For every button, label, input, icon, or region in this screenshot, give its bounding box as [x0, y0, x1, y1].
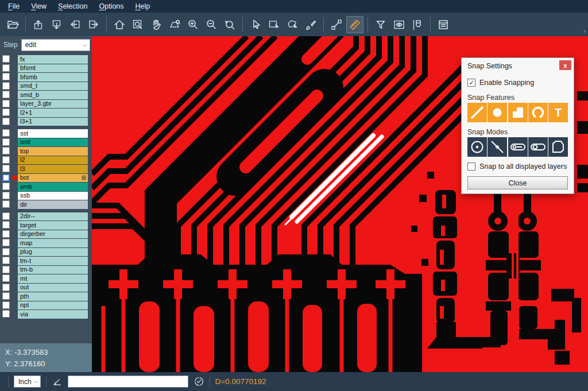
refresh-check-icon[interactable]: [194, 376, 204, 387]
layer-row-smb[interactable]: smb: [0, 183, 92, 191]
layer-visibility-checkbox[interactable]: [2, 55, 10, 63]
shift-left-icon-button[interactable]: [67, 16, 84, 33]
layer-visibility-checkbox[interactable]: [2, 138, 10, 146]
snap-feature-arc-button[interactable]: [528, 103, 548, 122]
layer-row-bfsmt[interactable]: bfsmt: [0, 64, 92, 73]
command-input[interactable]: [68, 375, 188, 388]
layer-row-tm-b[interactable]: tm-b: [0, 266, 92, 274]
layer-visibility-checkbox[interactable]: [2, 64, 10, 72]
layer-visibility-checkbox[interactable]: [2, 257, 10, 264]
toolbar-overflow-chevron[interactable]: ›: [583, 27, 586, 35]
layer-row-ssb[interactable]: ssb: [0, 192, 92, 200]
snap-mode-nearest-point-button[interactable]: [488, 137, 507, 157]
layer-visibility-checkbox[interactable]: [2, 266, 10, 273]
layer-visibility-checkbox[interactable]: [2, 248, 10, 255]
zoom-reset-icon-button[interactable]: [221, 16, 238, 33]
layer-row-dirgerber[interactable]: dirgerber: [0, 230, 92, 239]
layer-row-smt[interactable]: smt: [0, 138, 92, 147]
zoom-in-icon-button[interactable]: [184, 16, 202, 33]
layer-visibility-checkbox[interactable]: [2, 284, 10, 291]
close-icon[interactable]: x: [559, 60, 571, 70]
layer-visibility-checkbox[interactable]: [2, 221, 10, 229]
layer-row-sst[interactable]: sst: [0, 129, 92, 138]
view-eye-icon-button[interactable]: [390, 16, 408, 33]
layer-visibility-checkbox[interactable]: [2, 192, 10, 199]
snap-feature-pad-button[interactable]: [508, 103, 528, 122]
zoom-out-icon-button[interactable]: [203, 16, 220, 33]
menu-selection[interactable]: Selection: [52, 1, 93, 12]
snap-feature-line-button[interactable]: [467, 103, 487, 122]
layer-visibility-checkbox[interactable]: [2, 292, 10, 300]
layer-row-target[interactable]: target: [0, 221, 92, 230]
layer-row-out[interactable]: out: [0, 284, 92, 292]
layer-visibility-checkbox[interactable]: [2, 301, 10, 309]
layers-form-icon-button[interactable]: [435, 16, 452, 33]
home-icon-button[interactable]: [111, 16, 128, 33]
brush-icon-button[interactable]: [302, 16, 319, 33]
menu-options[interactable]: Options: [93, 1, 129, 12]
shift-right-icon-button[interactable]: [85, 16, 102, 33]
layer-visibility-checkbox[interactable]: [2, 239, 10, 246]
layer-visibility-checkbox[interactable]: [2, 118, 10, 125]
shift-down-icon-button[interactable]: [48, 16, 65, 33]
enable-snapping-checkbox[interactable]: ✓: [467, 79, 475, 87]
layer-row-smd_b[interactable]: smd_b: [0, 91, 92, 99]
layer-row-2dir--[interactable]: 2dir--: [0, 212, 92, 221]
layer-row-l3[interactable]: l3: [0, 165, 92, 173]
layer-visibility-checkbox[interactable]: [2, 183, 10, 190]
layer-visibility-checkbox[interactable]: [2, 200, 10, 208]
select-cursor-icon-button[interactable]: [247, 16, 264, 33]
menu-help[interactable]: Help: [130, 1, 156, 12]
layer-row-l2[interactable]: l2: [0, 156, 92, 165]
layer-visibility-checkbox[interactable]: [2, 165, 10, 172]
ruler-icon-button[interactable]: [346, 16, 363, 33]
layer-visibility-checkbox[interactable]: [2, 156, 10, 164]
menu-view[interactable]: View: [25, 1, 52, 12]
layer-visibility-checkbox[interactable]: [2, 174, 10, 181]
unit-select[interactable]: Inch ⌵: [14, 375, 41, 388]
open-folder-icon-button[interactable]: [4, 16, 21, 33]
layer-visibility-checkbox[interactable]: [2, 109, 10, 116]
filter-icon-button[interactable]: [372, 16, 389, 33]
layer-visibility-checkbox[interactable]: [2, 91, 10, 98]
snap-mode-polygon-button[interactable]: [548, 137, 568, 157]
menu-file[interactable]: File: [2, 1, 25, 12]
angle-measure-icon[interactable]: [52, 376, 63, 387]
close-button[interactable]: Close: [467, 176, 568, 189]
layer-row-layer_3.gbr[interactable]: layer_3.gbr: [0, 100, 92, 109]
snap-mode-obround-circle-button[interactable]: [528, 137, 548, 157]
layer-row-plug[interactable]: plug: [0, 248, 92, 257]
layer-row-mt[interactable]: mt: [0, 274, 92, 283]
layer-row-bfsmb[interactable]: bfsmb: [0, 73, 92, 82]
snap-mode-center-button[interactable]: [467, 137, 487, 157]
layer-visibility-checkbox[interactable]: [2, 100, 10, 107]
zoom-window-icon-button[interactable]: [129, 16, 146, 33]
select-rect-icon-button[interactable]: [265, 16, 283, 33]
layer-visibility-checkbox[interactable]: [2, 129, 10, 137]
layer-row-dir[interactable]: dir: [0, 200, 92, 209]
layer-row-smd_t[interactable]: smd_t: [0, 82, 92, 91]
layer-row-pth[interactable]: pth: [0, 292, 92, 301]
layer-visibility-checkbox[interactable]: [2, 310, 10, 318]
layer-row-via[interactable]: via: [0, 310, 92, 319]
pan-hand-icon-button[interactable]: [148, 16, 165, 33]
layer-row-map[interactable]: map: [0, 239, 92, 247]
layer-visibility-checkbox[interactable]: [2, 82, 10, 90]
layer-row-bot[interactable]: bot⊞: [0, 174, 92, 183]
measure-line-icon-button[interactable]: [328, 16, 345, 33]
layer-visibility-checkbox[interactable]: [2, 147, 10, 154]
layer-visibility-checkbox[interactable]: [2, 73, 10, 80]
snap-feature-circle-button[interactable]: [488, 103, 507, 122]
snap-magnet-icon-button[interactable]: [409, 16, 426, 33]
shift-up-icon-button[interactable]: [30, 16, 47, 33]
all-layers-checkbox[interactable]: [467, 162, 475, 171]
snap-mode-obround-slot-button[interactable]: [508, 137, 528, 157]
layer-row-l2+1[interactable]: l2+1: [0, 109, 92, 117]
snap-feature-text-button[interactable]: T: [548, 103, 568, 122]
layer-visibility-checkbox[interactable]: [2, 274, 10, 282]
layer-row-top[interactable]: top: [0, 147, 92, 156]
step-select[interactable]: edit ⌵: [21, 39, 90, 51]
zoom-poly-icon-button[interactable]: [166, 16, 183, 33]
layer-row-fx[interactable]: fx: [0, 55, 92, 64]
layer-row-npt[interactable]: npt: [0, 301, 92, 310]
